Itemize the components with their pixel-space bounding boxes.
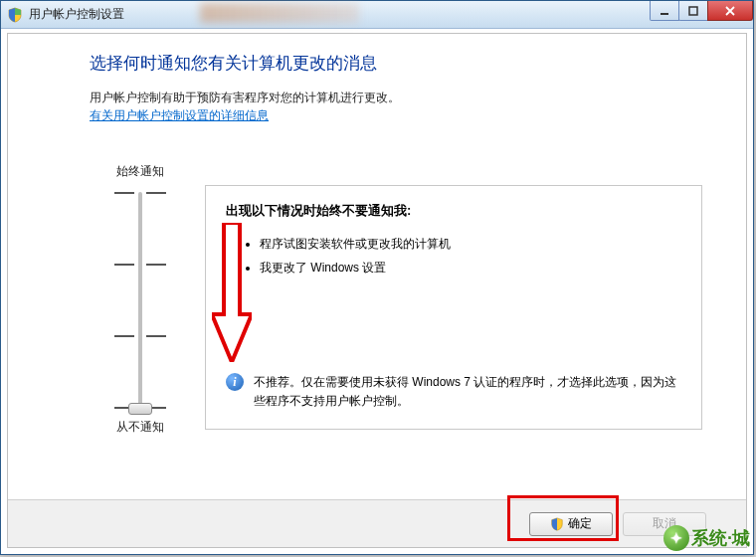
watermark-badge-icon: ✦ — [663, 525, 689, 551]
info-text: 不推荐。仅在需要使用未获得 Windows 7 认证的程序时，才选择此选项，因为… — [254, 373, 683, 411]
titlebar[interactable]: 用户帐户控制设置 — [1, 1, 753, 29]
annotation-highlight-box — [507, 495, 619, 541]
panel-heading: 出现以下情况时始终不要通知我: — [226, 202, 681, 220]
slider-track[interactable] — [138, 192, 142, 411]
maximize-button[interactable] — [678, 1, 708, 21]
info-row: i 不推荐。仅在需要使用未获得 Windows 7 认证的程序时，才选择此选项，… — [226, 373, 683, 411]
window-title: 用户帐户控制设置 — [29, 6, 124, 23]
description-text: 用户帐户控制有助于预防有害程序对您的计算机进行更改。 — [90, 89, 728, 107]
slider-thumb[interactable] — [128, 403, 152, 415]
minimize-button[interactable] — [650, 1, 679, 21]
uac-settings-window: 用户帐户控制设置 选择何时通知您有关计算机更改的消息 用户帐户控制有助于预防有害… — [0, 0, 754, 555]
svg-rect-0 — [661, 13, 668, 15]
button-bar: 确定 取消 — [8, 499, 746, 547]
slider-label-never: 从不通知 — [95, 419, 185, 436]
page-heading: 选择何时通知您有关计算机更改的消息 — [90, 52, 728, 75]
title-blur-decor — [200, 3, 359, 23]
list-item: 我更改了 Windows 设置 — [260, 256, 681, 279]
notification-detail-panel: 出现以下情况时始终不要通知我: 程序试图安装软件或更改我的计算机 我更改了 Wi… — [205, 185, 702, 430]
watermark: ✦ 系统·城 — [663, 525, 750, 551]
shield-icon — [7, 7, 23, 23]
window-controls — [651, 1, 753, 21]
content-area: 选择何时通知您有关计算机更改的消息 用户帐户控制有助于预防有害程序对您的计算机进… — [7, 33, 747, 548]
slider-label-always: 始终通知 — [95, 163, 185, 180]
notification-slider-area: 始终通知 从不通知 — [95, 163, 185, 452]
panel-bullet-list: 程序试图安装软件或更改我的计算机 我更改了 Windows 设置 — [226, 232, 681, 279]
close-button[interactable] — [707, 1, 753, 21]
info-icon: i — [226, 373, 244, 391]
svg-rect-1 — [689, 7, 697, 15]
list-item: 程序试图安装软件或更改我的计算机 — [260, 232, 681, 256]
watermark-text: 系统·城 — [691, 526, 750, 550]
learn-more-link[interactable]: 有关用户帐户控制设置的详细信息 — [90, 108, 269, 122]
